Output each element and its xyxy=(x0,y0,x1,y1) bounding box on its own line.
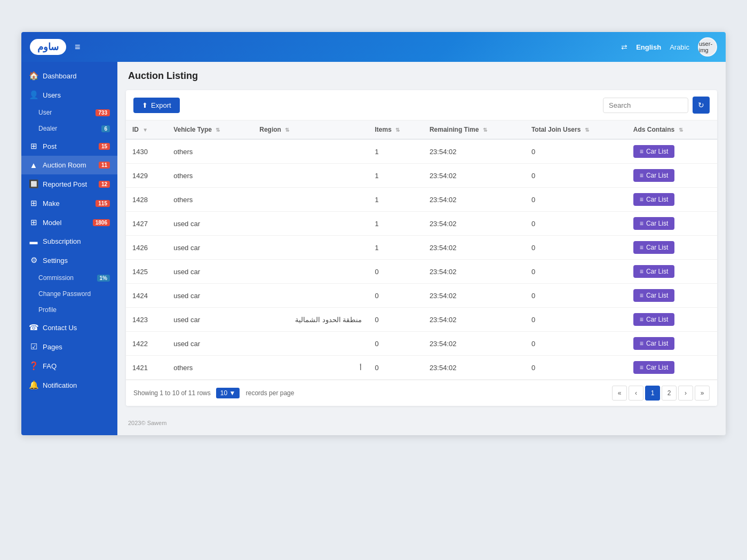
auction-room-icon: ▲ xyxy=(29,161,38,170)
table-row: 1429 others 1 23:54:02 0 ≡ Car List xyxy=(126,164,717,188)
sidebar-item-settings[interactable]: ⚙ Settings xyxy=(21,251,117,270)
table-row: 1421 others أ 0 23:54:02 0 ≡ Car List xyxy=(126,356,717,380)
cell-vehicle-type: others xyxy=(167,139,253,164)
sidebar-item-reported-post[interactable]: 🔲 Reported Post 12 xyxy=(21,174,117,194)
hamburger-icon[interactable]: ≡ xyxy=(75,42,81,53)
contact-us-icon: ☎ xyxy=(29,323,38,332)
sidebar-item-post[interactable]: ⊞ Post 15 xyxy=(21,137,117,156)
sidebar-item-pages[interactable]: ☑ Pages xyxy=(21,337,117,356)
topbar: ساوم ≡ ⇄ English Arabic user-img xyxy=(21,32,726,62)
auction-table: ID ▼ Vehicle Type ⇅ Region ⇅ xyxy=(126,121,717,380)
cell-id: 1426 xyxy=(126,236,167,260)
export-button[interactable]: ⬆ Export xyxy=(133,98,180,113)
col-region: Region ⇅ xyxy=(253,121,368,139)
arabic-lang-button[interactable]: Arabic xyxy=(670,43,689,51)
first-page-button[interactable]: « xyxy=(612,386,627,401)
sort-icon: ⇅ xyxy=(679,127,683,133)
cell-ads-contains: ≡ Car List xyxy=(627,188,717,212)
list-icon: ≡ xyxy=(640,244,643,251)
cell-remaining-time: 23:54:02 xyxy=(423,332,525,356)
cell-total-join-users: 0 xyxy=(525,284,627,308)
cell-total-join-users: 0 xyxy=(525,332,627,356)
cell-items: 0 xyxy=(368,332,423,356)
next-page-button[interactable]: › xyxy=(678,386,693,401)
settings-icon: ⚙ xyxy=(29,255,38,265)
list-icon: ≡ xyxy=(640,196,643,203)
cell-id: 1428 xyxy=(126,188,167,212)
current-page-button[interactable]: 1 xyxy=(645,386,660,401)
per-page-select: 10 ▼ records per page xyxy=(216,388,295,398)
cell-id: 1422 xyxy=(126,332,167,356)
car-list-button[interactable]: ≡ Car List xyxy=(633,241,674,254)
car-list-button[interactable]: ≡ Car List xyxy=(633,337,674,350)
last-page-button[interactable]: » xyxy=(695,386,710,401)
cell-region xyxy=(253,188,368,212)
sidebar-item-commission[interactable]: Commission 1% xyxy=(21,270,117,286)
cell-ads-contains: ≡ Car List xyxy=(627,139,717,164)
list-icon: ≡ xyxy=(640,148,643,155)
cell-vehicle-type: others xyxy=(167,164,253,188)
cell-id: 1430 xyxy=(126,139,167,164)
cell-items: 0 xyxy=(368,308,423,332)
cell-ads-contains: ≡ Car List xyxy=(627,260,717,284)
showing-text: Showing 1 to 10 of 11 rows 10 ▼ records … xyxy=(133,388,294,398)
users-icon: 👤 xyxy=(29,90,38,100)
cell-ads-contains: ≡ Car List xyxy=(627,164,717,188)
car-list-button[interactable]: ≡ Car List xyxy=(633,193,674,206)
english-lang-button[interactable]: English xyxy=(636,43,661,51)
subscription-icon: ▬ xyxy=(29,237,38,246)
car-list-button[interactable]: ≡ Car List xyxy=(633,265,674,278)
cell-total-join-users: 0 xyxy=(525,356,627,380)
prev-page-button[interactable]: ‹ xyxy=(629,386,643,401)
refresh-button[interactable]: ↻ xyxy=(693,97,710,114)
cell-vehicle-type: others xyxy=(167,188,253,212)
car-list-button[interactable]: ≡ Car List xyxy=(633,169,674,182)
sidebar-item-make[interactable]: ⊞ Make 115 xyxy=(21,194,117,213)
cell-id: 1429 xyxy=(126,164,167,188)
car-list-button[interactable]: ≡ Car List xyxy=(633,217,674,230)
sidebar-item-notification[interactable]: 🔔 Notification xyxy=(21,375,117,395)
cell-items: 0 xyxy=(368,284,423,308)
cell-items: 1 xyxy=(368,164,423,188)
sidebar: 🏠 Dashboard 👤 Users User 733 Dealer 6 xyxy=(21,62,117,435)
sidebar-item-auction-room[interactable]: ▲ Auction Room 11 xyxy=(21,156,117,174)
sidebar-item-model[interactable]: ⊞ Model 1806 xyxy=(21,213,117,232)
cell-region xyxy=(253,212,368,236)
sidebar-item-user[interactable]: User 733 xyxy=(21,105,117,121)
car-list-button[interactable]: ≡ Car List xyxy=(633,361,674,374)
sidebar-item-faq[interactable]: ❓ FAQ xyxy=(21,356,117,375)
next-page-number-button[interactable]: 2 xyxy=(662,386,677,401)
list-icon: ≡ xyxy=(640,340,643,347)
faq-icon: ❓ xyxy=(29,361,38,371)
sidebar-item-subscription[interactable]: ▬ Subscription xyxy=(21,232,117,251)
cell-remaining-time: 23:54:02 xyxy=(423,139,525,164)
pages-icon: ☑ xyxy=(29,342,38,351)
sidebar-item-dashboard[interactable]: 🏠 Dashboard xyxy=(21,66,117,85)
cell-region xyxy=(253,139,368,164)
cell-region xyxy=(253,164,368,188)
sort-icon: ⇅ xyxy=(483,127,487,133)
user-avatar[interactable]: user-img xyxy=(698,37,717,57)
car-list-button[interactable]: ≡ Car List xyxy=(633,145,674,158)
sort-icon: ⇅ xyxy=(585,127,589,133)
sidebar-item-dealer[interactable]: Dealer 6 xyxy=(21,121,117,137)
table-header-row: ID ▼ Vehicle Type ⇅ Region ⇅ xyxy=(126,121,717,139)
sidebar-item-change-password[interactable]: Change Password xyxy=(21,286,117,302)
cell-id: 1421 xyxy=(126,356,167,380)
table-wrapper: ⬆ Export ↻ ID xyxy=(126,90,717,406)
col-vehicle-type: Vehicle Type ⇅ xyxy=(167,121,253,139)
cell-region xyxy=(253,332,368,356)
per-page-button[interactable]: 10 ▼ xyxy=(216,388,240,398)
chevron-down-icon: ▼ xyxy=(229,389,235,397)
sidebar-item-contact-us[interactable]: ☎ Contact Us xyxy=(21,318,117,337)
home-icon: 🏠 xyxy=(29,71,38,81)
cell-remaining-time: 23:54:02 xyxy=(423,188,525,212)
sidebar-item-profile[interactable]: Profile xyxy=(21,302,117,318)
car-list-button[interactable]: ≡ Car List xyxy=(633,289,674,302)
search-input[interactable] xyxy=(603,98,688,113)
cell-vehicle-type: used car xyxy=(167,236,253,260)
sidebar-item-users[interactable]: 👤 Users xyxy=(21,85,117,105)
cell-ads-contains: ≡ Car List xyxy=(627,308,717,332)
cell-remaining-time: 23:54:02 xyxy=(423,236,525,260)
car-list-button[interactable]: ≡ Car List xyxy=(633,313,674,326)
